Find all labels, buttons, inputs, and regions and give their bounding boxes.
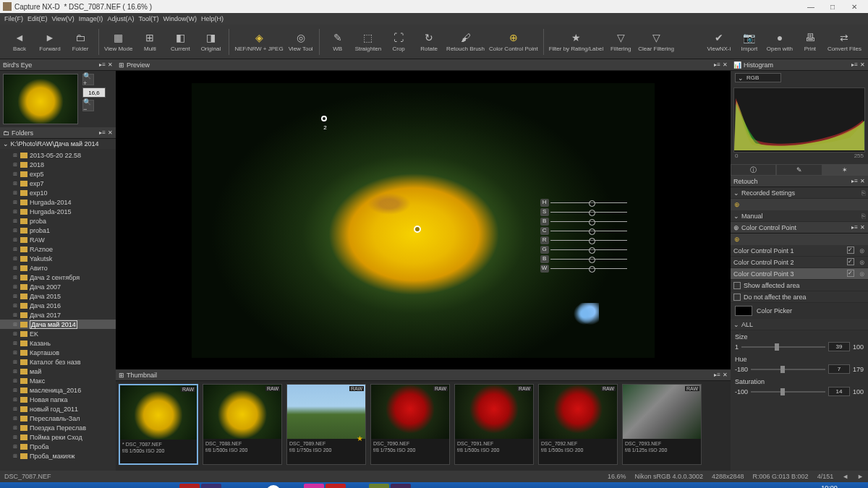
folder-node[interactable]: ⊞Авито	[0, 263, 116, 273]
folder-node[interactable]: ⊞exp7	[0, 179, 116, 188]
saturation-slider[interactable]	[751, 391, 825, 393]
saturation-input[interactable]	[828, 387, 850, 396]
multi-button[interactable]: ⊞Multi	[137, 26, 163, 58]
folder-node[interactable]: ⊞Макс	[0, 376, 116, 385]
recorded-settings-dropdown[interactable]: ⌄ Recorded Settings⎘	[731, 187, 868, 199]
thumbnail-card[interactable]: RAWDSC_7091.NEFf/8 1/500s ISO 200	[454, 384, 534, 465]
menu-help[interactable]: Help(H)	[201, 15, 224, 22]
expand-icon[interactable]: ⊞	[13, 416, 19, 421]
expand-icon[interactable]: ⊞	[13, 237, 19, 243]
folder-node[interactable]: ⊞exp5	[0, 169, 116, 179]
expand-icon[interactable]: ⊞	[13, 369, 19, 374]
expand-icon[interactable]: ⊞	[13, 425, 19, 431]
menu-edit[interactable]: Edit(E)	[27, 15, 48, 22]
ccp-delete-icon[interactable]: ⊗	[859, 270, 865, 278]
viewnx-button[interactable]: ✔ViewNX-i	[706, 26, 732, 58]
ccp-slider-b[interactable]: B	[540, 254, 627, 264]
ccp-visible-checkbox[interactable]	[847, 258, 854, 265]
folder-node[interactable]: ⊞exp10	[0, 188, 116, 197]
viewtool-button[interactable]: ◎View Tool	[288, 26, 314, 58]
app-icon[interactable]: M	[179, 484, 200, 488]
hue-slider[interactable]	[751, 369, 825, 370]
expand-icon[interactable]: ⊞	[13, 247, 19, 252]
manual-dropdown[interactable]: ⌄ Manual⎘	[731, 210, 868, 222]
openwith-button[interactable]: ●Open with	[767, 26, 793, 58]
expand-icon[interactable]: ⊞	[13, 171, 19, 177]
import-button[interactable]: 📷Import	[736, 26, 762, 58]
retouch-controlpoint-icon[interactable]: ⊕	[731, 199, 868, 210]
filtering-button[interactable]: ▽Filtering	[608, 26, 634, 58]
expand-icon[interactable]: ⊞	[13, 331, 19, 337]
back-button[interactable]: ◄Back	[7, 26, 33, 58]
app-icon[interactable]: ✦	[347, 484, 367, 488]
folder-node[interactable]: ⊞Проба	[0, 442, 116, 451]
maximize-button[interactable]: □	[822, 3, 843, 11]
control-point-1[interactable]	[414, 226, 421, 233]
zoom-out-button[interactable]: 🔍−	[82, 100, 94, 111]
histogram-channel-dropdown[interactable]: RGB	[735, 73, 781, 82]
expand-icon[interactable]: ⊞	[13, 265, 19, 271]
expand-icon[interactable]: ⊞	[13, 209, 19, 215]
expand-icon[interactable]: ⊞	[13, 275, 19, 281]
panel-collapse-icon[interactable]: ▸≡	[851, 224, 858, 231]
ccp-item[interactable]: Color Control Point 3 ⊗	[731, 268, 868, 280]
close-button[interactable]: ✕	[843, 3, 865, 11]
tab-edit-icon[interactable]: ✎	[776, 164, 822, 176]
folder-node[interactable]: ⊞Новая папка	[0, 395, 116, 404]
ccp-slider-h[interactable]: H	[540, 198, 627, 207]
thumbnail-card[interactable]: RAWDSC_7088.NEFf/8 1/500s ISO 200	[203, 384, 282, 465]
expand-icon[interactable]: ⊞	[13, 388, 19, 393]
ccp-delete-icon[interactable]: ⊗	[859, 247, 865, 254]
panel-collapse-icon[interactable]: ▸≡	[851, 61, 858, 68]
expand-icon[interactable]: ⊞	[13, 322, 19, 328]
ccp-slider-c[interactable]: C	[540, 226, 627, 236]
folder-node[interactable]: ⊞Карташов	[0, 348, 116, 357]
forward-button[interactable]: ►Forward	[37, 26, 63, 58]
folder-node[interactable]: ⊞май	[0, 367, 116, 376]
folder-node[interactable]: ⊞Казань	[0, 338, 116, 348]
panel-close-icon[interactable]: ✕	[108, 129, 113, 136]
folder-node[interactable]: ⊞Дача 2015	[0, 291, 116, 301]
explorer-icon[interactable]: 🗀	[49, 484, 69, 488]
thumbnail-card[interactable]: RAWDSC_7092.NEFf/8 1/500s ISO 200	[538, 384, 618, 465]
print-button[interactable]: 🖶Print	[797, 26, 823, 58]
expand-icon[interactable]: ⊞	[13, 162, 19, 168]
capturenxd-task-icon[interactable]: C	[391, 484, 411, 488]
folder-node[interactable]: ⊞Дача 2017	[0, 310, 116, 320]
folder-node[interactable]: ⊞Hurgada-2015	[0, 207, 116, 216]
thumbnail-card[interactable]: RAWDSC_7090.NEFf/8 1/750s ISO 200	[370, 384, 450, 465]
filterrating-button[interactable]: ★Filter by Rating/Label	[549, 26, 604, 58]
zoom-in-button[interactable]: 🔍+	[82, 74, 94, 85]
ccp-slider-g[interactable]: G	[540, 245, 627, 254]
app-icon[interactable]: ◆	[114, 484, 135, 488]
expand-icon[interactable]: ⊞	[13, 453, 19, 459]
folder-node[interactable]: ⊞Дача 2007	[0, 282, 116, 291]
thumbnail-card[interactable]: RAWDSC_7093.NEFf/8 1/125s ISO 200	[622, 384, 702, 465]
app-icon[interactable]: ▲	[244, 484, 265, 488]
all-dropdown[interactable]: ⌄ ALL	[731, 319, 868, 330]
expand-icon[interactable]: ⊞	[13, 350, 19, 356]
straighten-button[interactable]: ⬚Straighten	[355, 26, 381, 58]
crop-button[interactable]: ⛶Crop	[386, 26, 412, 58]
expand-icon[interactable]: ⊞	[13, 200, 19, 205]
expand-icon[interactable]: ⊞	[13, 190, 19, 196]
folder-node[interactable]: ⊞Дача 2016	[0, 301, 116, 310]
ccp-add-icon[interactable]: ⊕	[731, 234, 868, 245]
yandex-icon[interactable]: Y	[266, 485, 281, 488]
panel-close-icon[interactable]: ✕	[108, 61, 113, 68]
expand-icon[interactable]: ⊞	[13, 303, 19, 309]
expand-icon[interactable]: ⊞	[13, 435, 19, 440]
app-icon[interactable]: ⊡	[304, 484, 324, 488]
panel-close-icon[interactable]: ✕	[860, 61, 865, 68]
folder-node[interactable]: ⊞EK	[0, 329, 116, 338]
minimize-button[interactable]: —	[800, 3, 822, 11]
expand-icon[interactable]: ⊞	[13, 397, 19, 403]
panel-close-icon[interactable]: ✕	[860, 178, 865, 184]
expand-icon[interactable]: ⊞	[13, 228, 19, 234]
folder-node[interactable]: ⊞Переславль-Зал	[0, 414, 116, 423]
folder-node[interactable]: ⊞2018	[0, 160, 116, 169]
folder-node[interactable]: ⊞Hurgada-2014	[0, 197, 116, 207]
panel-close-icon[interactable]: ✕	[723, 372, 728, 378]
ccp-slider-b[interactable]: B	[540, 217, 627, 226]
expand-icon[interactable]: ⊞	[13, 312, 19, 318]
